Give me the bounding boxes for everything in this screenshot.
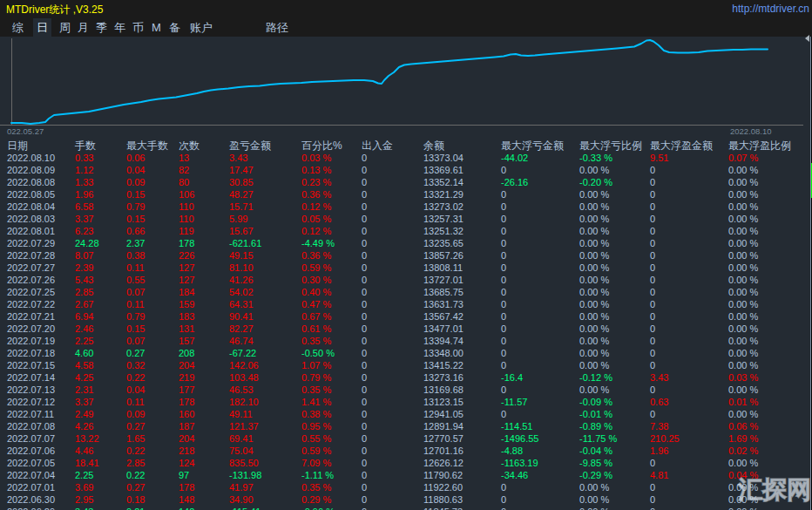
cell-inout: 0 bbox=[362, 201, 367, 214]
cell-max_float_profit: 3.43 bbox=[650, 371, 668, 384]
table-row-2022.07.20[interactable]: 2022.07.202.460.1513182.270.61 %013477.0… bbox=[0, 323, 812, 336]
table-row-2022.08.09[interactable]: 2022.08.091.120.048217.470.13 %013369.61… bbox=[0, 164, 812, 177]
equity-line bbox=[11, 40, 768, 124]
table-row-2022.07.26[interactable]: 2022.07.265.430.5512741.260.30 %013727.0… bbox=[0, 274, 812, 287]
cell-max_lots: 0.66 bbox=[126, 225, 145, 238]
table-row-2022.07.11[interactable]: 2022.07.112.490.0916049.110.38 %012941.0… bbox=[0, 408, 812, 421]
menu-item-7[interactable]: 币 bbox=[129, 18, 147, 37]
menu-item-4[interactable]: 月 bbox=[74, 18, 92, 37]
cell-max_float_profit_pct: 0.01 % bbox=[728, 396, 758, 409]
cell-inout: 0 bbox=[362, 249, 367, 262]
cell-max_lots: 1.65 bbox=[126, 432, 145, 445]
cell-max_lots: 0.07 bbox=[126, 335, 145, 348]
table-row-2022.07.13[interactable]: 2022.07.132.310.0417746.530.35 %013169.6… bbox=[0, 384, 812, 397]
cell-max_float_profit: 0 bbox=[650, 506, 655, 510]
cell-max_float_loss: 0 bbox=[501, 359, 506, 372]
table-row-2022.06.30[interactable]: 2022.06.302.950.1814834.900.29 %011880.6… bbox=[0, 493, 812, 507]
cell-max_float_profit: 0 bbox=[650, 262, 655, 275]
table-row-2022.07.14[interactable]: 2022.07.144.250.22219103.480.79 %013273.… bbox=[0, 371, 812, 384]
cell-balance: 13857.26 bbox=[423, 249, 464, 262]
cell-count: 127 bbox=[179, 274, 194, 287]
table-row-2022.08.05[interactable]: 2022.08.051.960.1510648.270.36 %013321.2… bbox=[0, 188, 812, 201]
table-row-2022.07.27[interactable]: 2022.07.272.390.1112781.100.59 %013808.1… bbox=[0, 262, 812, 275]
menu-item-2[interactable]: 日 bbox=[33, 18, 51, 37]
menu-item-6[interactable]: 年 bbox=[111, 18, 129, 37]
table-row-2022.07.08[interactable]: 2022.07.084.260.27187121.370.95 %012891.… bbox=[0, 420, 812, 433]
table-row-2022.07.04[interactable]: 2022.07.042.250.2297-131.98-1.11 %011790… bbox=[0, 469, 812, 482]
cell-count: 142 bbox=[179, 506, 194, 510]
cell-max_lots: 0.79 bbox=[126, 201, 145, 214]
table-row-2022.08.08[interactable]: 2022.08.081.330.098030.850.23 %013352.14… bbox=[0, 176, 812, 189]
cell-max_lots: 0.11 bbox=[126, 396, 145, 409]
table-row-2022.07.22[interactable]: 2022.07.222.670.1115964.310.47 %013631.7… bbox=[0, 298, 812, 311]
menu-item-3[interactable]: 周 bbox=[56, 18, 74, 37]
table-row-2022.07.01[interactable]: 2022.07.013.690.2717841.970.35 %011922.6… bbox=[0, 481, 812, 494]
table-row-2022.08.10[interactable]: 2022.08.100.330.06133.430.03 %013373.04-… bbox=[0, 152, 812, 165]
cell-pct: 0.40 % bbox=[301, 286, 331, 299]
cell-max_float_profit_pct: 0.00 % bbox=[728, 262, 758, 275]
cell-count: 110 bbox=[179, 201, 194, 214]
cell-balance: 13257.31 bbox=[423, 213, 464, 226]
table-row-2022.07.07[interactable]: 2022.07.0713.221.6520469.410.55 %012770.… bbox=[0, 432, 812, 445]
cell-pnl: 49.11 bbox=[229, 408, 253, 421]
menu-item-9[interactable]: 备 bbox=[166, 18, 184, 37]
cell-pnl: 75.04 bbox=[229, 445, 254, 458]
cell-max_float_loss: 0 bbox=[501, 298, 506, 311]
cell-pct: 0.30 % bbox=[301, 274, 331, 287]
cell-lots: 2.95 bbox=[75, 493, 93, 507]
table-row-2022.08.01[interactable]: 2022.08.016.230.6611915.670.12 %013251.3… bbox=[0, 225, 812, 238]
cell-lots: 18.41 bbox=[75, 457, 99, 470]
cell-inout: 0 bbox=[362, 164, 367, 177]
cell-max_float_loss: -11.57 bbox=[501, 396, 527, 409]
cell-count: 208 bbox=[179, 347, 194, 360]
table-row-2022.07.15[interactable]: 2022.07.154.580.32204142.061.07 %013415.… bbox=[0, 359, 812, 372]
cell-max_float_loss: 0 bbox=[501, 310, 506, 323]
cell-balance: 13631.73 bbox=[423, 298, 464, 311]
cell-pct: 7.09 % bbox=[301, 457, 331, 470]
cell-max_float_profit_pct: 0.00 % bbox=[728, 323, 758, 336]
table-row-2022.07.29[interactable]: 2022.07.2924.282.37178-621.61-4.49 %0132… bbox=[0, 237, 812, 250]
cell-max_float_loss_pct: 0.00 % bbox=[579, 481, 609, 494]
menu-item-1[interactable]: 综 bbox=[9, 18, 27, 37]
table-row-2022.07.05[interactable]: 2022.07.0518.412.85124835.507.09 %012626… bbox=[0, 457, 812, 470]
cell-inout: 0 bbox=[362, 384, 367, 397]
cell-count: 110 bbox=[179, 213, 194, 226]
cell-max_float_profit_pct: 0.00 % bbox=[728, 274, 758, 287]
cell-max_float_loss: -16.4 bbox=[501, 371, 523, 384]
menu-item-8[interactable]: M bbox=[148, 18, 165, 37]
cell-max_float_profit: 0 bbox=[650, 225, 655, 238]
menu-item-5[interactable]: 季 bbox=[92, 18, 111, 37]
splitter-collapse-icon[interactable] bbox=[805, 35, 809, 42]
app-url-link[interactable]: http://mtdriver.cn bbox=[732, 3, 809, 15]
cell-max_float_profit: 0 bbox=[650, 176, 655, 189]
menu-item-11[interactable]: 路径 bbox=[262, 18, 292, 37]
cell-balance: 13348.00 bbox=[423, 347, 464, 360]
cell-max_float_profit: 0 bbox=[650, 310, 655, 323]
cell-date: 2022.08.08 bbox=[7, 176, 55, 189]
table-row-2022.08.03[interactable]: 2022.08.033.370.151105.990.05 %013257.31… bbox=[0, 213, 812, 226]
cell-max_float_profit: 0 bbox=[650, 493, 655, 507]
cell-count: 80 bbox=[179, 176, 189, 189]
table-row-2022.07.18[interactable]: 2022.07.184.600.27208-67.22-0.50 %013348… bbox=[0, 347, 812, 360]
table-row-2022.07.25[interactable]: 2022.07.252.850.0718454.020.40 %013685.7… bbox=[0, 286, 812, 299]
table-row-2022.08.04[interactable]: 2022.08.046.580.7911015.710.12 %013273.0… bbox=[0, 201, 812, 214]
cell-inout: 0 bbox=[362, 225, 367, 238]
table-row-2022.07.12[interactable]: 2022.07.123.370.11178182.101.41 %013123.… bbox=[0, 396, 812, 409]
menu-item-10[interactable]: 账户 bbox=[186, 18, 216, 37]
table-row-2022.07.21[interactable]: 2022.07.216.940.7918390.410.67 %013567.4… bbox=[0, 310, 812, 323]
table-row-2022.06.29[interactable]: 2022.06.293.430.21142-115.41-0.96 %01184… bbox=[0, 506, 812, 510]
table-row-2022.07.28[interactable]: 2022.07.288.070.3822649.150.36 %013857.2… bbox=[0, 249, 812, 262]
cell-date: 2022.07.21 bbox=[7, 310, 55, 323]
cell-pnl: 17.47 bbox=[229, 164, 254, 177]
watermark: 汇探网 bbox=[738, 473, 811, 507]
cell-pnl: 49.15 bbox=[229, 249, 254, 262]
cell-lots: 4.25 bbox=[75, 371, 93, 384]
cell-pct: 0.55 % bbox=[301, 432, 331, 445]
cell-date: 2022.08.10 bbox=[7, 152, 55, 165]
cell-balance: 13273.02 bbox=[423, 201, 464, 214]
cell-balance: 13415.22 bbox=[423, 359, 464, 372]
table-row-2022.07.06[interactable]: 2022.07.064.460.2221875.040.59 %012701.1… bbox=[0, 445, 812, 458]
cell-max_lots: 0.11 bbox=[126, 298, 145, 311]
cell-pct: 0.38 % bbox=[301, 408, 331, 421]
table-row-2022.07.19[interactable]: 2022.07.192.250.0715746.740.35 %013394.7… bbox=[0, 335, 812, 348]
